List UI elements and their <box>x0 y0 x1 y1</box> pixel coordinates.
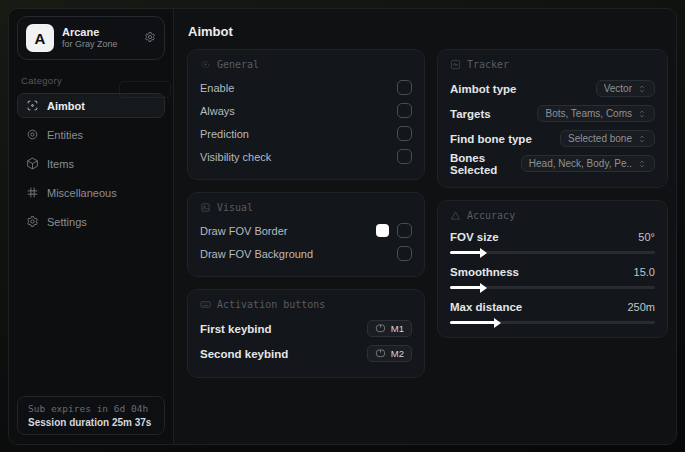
slider-value: 50° <box>638 231 655 243</box>
app-logo: A <box>26 24 54 52</box>
visual-title: Visual <box>217 202 253 213</box>
select-value: Head, Neck, Body, Pe.. <box>529 158 632 169</box>
visual-row-fov-border: Draw FOV Border <box>200 219 412 242</box>
slider-fill <box>450 286 481 289</box>
cube-icon <box>26 157 39 170</box>
chevrons-up-down-icon <box>637 134 647 144</box>
draw-fov-border-checkbox[interactable] <box>397 223 412 238</box>
max-distance-row: Max distance 250m <box>450 297 655 324</box>
row-label: Draw FOV Border <box>200 225 287 237</box>
image-icon <box>200 202 211 213</box>
keybind-value: M2 <box>391 348 404 359</box>
accuracy-heading: Accuracy <box>450 210 655 221</box>
sidebar: A Arcane for Gray Zone Category Aimbot <box>9 9 174 444</box>
general-row-enable: Enable <box>200 76 412 99</box>
smoothness-row: Smoothness 15.0 <box>450 262 655 289</box>
sidebar-item-entities[interactable]: Entities <box>17 122 165 147</box>
keybind-value: M1 <box>391 323 404 334</box>
smoothness-slider[interactable] <box>450 286 655 289</box>
draw-fov-background-checkbox[interactable] <box>397 246 412 261</box>
tracker-card: Tracker Aimbot type Vector Targets Bots,… <box>437 49 668 188</box>
target-icon <box>26 128 39 141</box>
activity-icon <box>450 59 461 70</box>
sidebar-nav: Aimbot Entities Items Miscellaneous <box>9 93 173 234</box>
main-panel: Aimbot General Enable Alw <box>174 9 676 444</box>
row-label: Second keybind <box>200 348 288 360</box>
slider-thumb[interactable] <box>480 248 487 258</box>
row-label: Visibility check <box>200 151 271 163</box>
sidebar-item-settings[interactable]: Settings <box>17 209 165 234</box>
bones-selected-row: Bones Selected Head, Neck, Body, Pe.. <box>450 151 655 176</box>
general-card: General Enable Always Prediction <box>187 49 425 180</box>
row-label: Bones Selected <box>450 152 521 176</box>
always-checkbox[interactable] <box>397 103 412 118</box>
row-label: Prediction <box>200 128 249 140</box>
fov-size-row: FOV size 50° <box>450 227 655 254</box>
chevrons-up-down-icon <box>637 84 647 94</box>
slider-value: 15.0 <box>634 266 655 278</box>
row-label: Aimbot type <box>450 83 516 95</box>
visual-card: Visual Draw FOV Border Draw FOV Backgrou… <box>187 192 425 277</box>
general-title: General <box>217 59 259 70</box>
row-label: Always <box>200 105 235 117</box>
aimbot-type-select[interactable]: Vector <box>596 80 655 97</box>
general-row-visibility: Visibility check <box>200 145 412 168</box>
row-label: Find bone type <box>450 133 532 145</box>
select-value: Selected bone <box>568 133 632 144</box>
visual-row-fov-background: Draw FOV Background <box>200 242 412 265</box>
targets-select[interactable]: Bots, Teams, Coms <box>537 105 655 122</box>
first-keybind-row: First keybind M1 <box>200 316 412 341</box>
left-column: General Enable Always Prediction <box>187 49 425 390</box>
second-keybind-row: Second keybind M2 <box>200 341 412 366</box>
enable-checkbox[interactable] <box>397 80 412 95</box>
sidebar-item-items[interactable]: Items <box>17 151 165 176</box>
tracker-heading: Tracker <box>450 59 655 70</box>
row-label: Targets <box>450 108 491 120</box>
visual-heading: Visual <box>200 202 412 213</box>
second-keybind-button[interactable]: M2 <box>367 345 412 362</box>
activation-card: Activation buttons First keybind M1 Seco… <box>187 289 425 378</box>
app-subtitle: for Gray Zone <box>62 39 136 50</box>
right-column: Tracker Aimbot type Vector Targets Bots,… <box>437 49 668 350</box>
fov-size-slider[interactable] <box>450 251 655 254</box>
bones-selected-select[interactable]: Head, Neck, Body, Pe.. <box>521 155 655 172</box>
row-label: Draw FOV Background <box>200 248 313 260</box>
sidebar-item-label: Items <box>47 158 74 170</box>
sliders-icon <box>26 186 39 199</box>
crosshair-icon <box>26 99 39 112</box>
crosshair-icon <box>200 59 211 70</box>
general-row-always: Always <box>200 99 412 122</box>
sidebar-item-label: Miscellaneous <box>47 187 117 199</box>
activation-title: Activation buttons <box>217 299 325 310</box>
prediction-checkbox[interactable] <box>397 126 412 141</box>
row-label: Enable <box>200 82 234 94</box>
app-window: A Arcane for Gray Zone Category Aimbot <box>8 8 677 445</box>
find-bone-type-select[interactable]: Selected bone <box>560 130 655 147</box>
mouse-icon <box>375 324 386 333</box>
triangle-icon <box>450 210 461 221</box>
sidebar-item-label: Aimbot <box>47 100 85 112</box>
max-distance-slider[interactable] <box>450 321 655 324</box>
chevrons-up-down-icon <box>637 159 647 169</box>
row-label: FOV size <box>450 231 499 243</box>
accuracy-title: Accuracy <box>467 210 515 221</box>
sidebar-item-miscellaneous[interactable]: Miscellaneous <box>17 180 165 205</box>
slider-value: 250m <box>627 301 655 313</box>
first-keybind-button[interactable]: M1 <box>367 320 412 337</box>
visibility-check-checkbox[interactable] <box>397 149 412 164</box>
slider-fill <box>450 321 495 324</box>
sidebar-item-label: Entities <box>47 129 83 141</box>
slider-thumb[interactable] <box>494 318 501 328</box>
find-bone-type-row: Find bone type Selected bone <box>450 126 655 151</box>
fov-border-color-swatch[interactable] <box>376 224 389 237</box>
slider-fill <box>450 251 481 254</box>
sub-expires-text: Sub expires in 6d 04h <box>28 403 154 414</box>
sidebar-item-label: Settings <box>47 216 87 228</box>
select-value: Bots, Teams, Coms <box>545 108 632 119</box>
chevrons-up-down-icon <box>637 109 647 119</box>
slider-thumb[interactable] <box>480 283 487 293</box>
activation-heading: Activation buttons <box>200 299 412 310</box>
general-heading: General <box>200 59 412 70</box>
gear-icon[interactable] <box>144 31 156 45</box>
select-value: Vector <box>604 83 632 94</box>
